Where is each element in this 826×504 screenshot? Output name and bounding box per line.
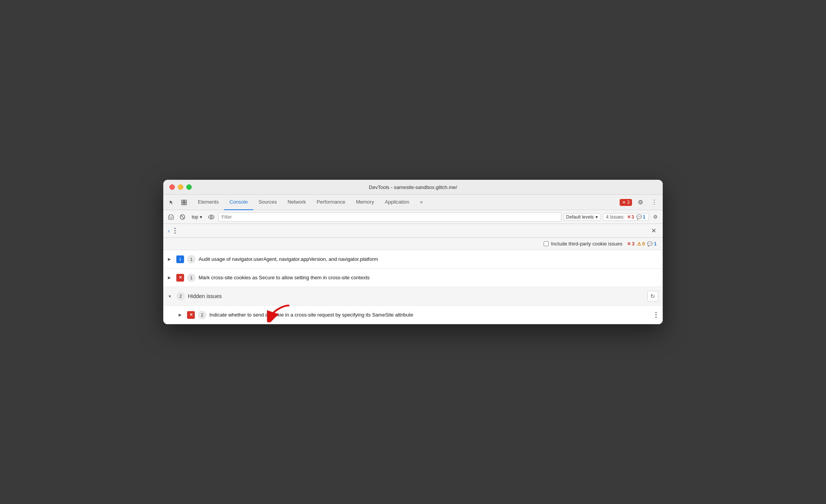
clear-console-icon[interactable]	[166, 212, 176, 222]
expand-arrow-2: ▶	[168, 275, 173, 280]
issue-icon-error-2: ✕	[176, 274, 184, 282]
info-icon-sm: 💬	[636, 214, 642, 220]
error-x-2: ✕	[179, 275, 182, 280]
sub-expand-arrow: ▶	[179, 313, 184, 317]
eye-icon[interactable]	[207, 212, 216, 222]
console-settings-icon[interactable]: ⚙	[651, 213, 660, 221]
cookie-warning-icon: ⚠	[637, 241, 641, 247]
svg-rect-2	[182, 203, 184, 205]
tab-application[interactable]: Application	[380, 195, 415, 210]
cookie-bar: Include third-party cookie issues ✕ 3 ⚠ …	[163, 238, 663, 250]
info-issues-badge: 💬 1	[636, 214, 645, 220]
inspect-icon[interactable]	[179, 197, 189, 208]
svg-point-9	[209, 215, 214, 219]
log-levels-dropdown[interactable]: Default levels ▾	[564, 213, 600, 221]
expand-arrow-1: ▶	[168, 257, 173, 261]
cookie-error-x-icon: ✕	[627, 241, 631, 247]
issues-panel-header: › ✕	[163, 224, 663, 238]
kebab-menu-icon[interactable]	[173, 226, 177, 235]
context-selector[interactable]: top ▾	[189, 214, 204, 220]
svg-marker-4	[169, 215, 173, 219]
settings-icon[interactable]: ⚙	[635, 197, 646, 208]
sub-issue-icon-red: ✕	[187, 311, 195, 319]
more-options-icon[interactable]: ⋮	[649, 197, 660, 208]
tab-memory[interactable]: Memory	[351, 195, 380, 210]
issue-row-1[interactable]: ▶ i 1 Audit usage of navigator.userAgent…	[163, 250, 663, 269]
refresh-button[interactable]: ↻	[647, 291, 658, 302]
sub-issue-count: 2	[198, 311, 206, 319]
tab-elements[interactable]: Elements	[192, 195, 224, 210]
tabs-container: Elements Console Sources Network Perform…	[192, 195, 620, 210]
error-issues-badge: ✕ 3	[627, 214, 634, 220]
tab-bar-icons	[166, 197, 189, 208]
sub-issue-more-menu[interactable]	[654, 310, 658, 319]
svg-point-10	[210, 216, 212, 218]
hidden-issues-label: Hidden issues	[188, 293, 644, 299]
issues-content: Include third-party cookie issues ✕ 3 ⚠ …	[163, 238, 663, 324]
hidden-count: 2	[176, 292, 185, 300]
minimize-window-button[interactable]	[178, 184, 183, 190]
error-count-badge: ✕ 3	[620, 199, 632, 206]
window-title: DevTools - samesite-sandbox.glitch.me/	[369, 184, 457, 190]
issue-text-1: Audit usage of navigator.userAgent, navi…	[199, 256, 658, 262]
svg-rect-0	[182, 200, 184, 202]
cookie-error-badge: ✕ 3	[627, 241, 635, 247]
close-window-button[interactable]	[169, 184, 175, 190]
title-bar: DevTools - samesite-sandbox.glitch.me/	[163, 180, 663, 195]
hidden-issues-row[interactable]: ▼ 2 Hidden issues ↻	[163, 287, 663, 306]
issue-icon-info-1: i	[176, 255, 184, 263]
traffic-lights	[169, 184, 192, 190]
error-x-icon: ✕	[622, 200, 626, 205]
dropdown-arrow-icon: ▾	[200, 214, 202, 220]
close-panel-button[interactable]: ✕	[649, 226, 658, 235]
issues-label: 4 Issues:	[606, 214, 625, 220]
cookie-info-icon: 💬	[647, 241, 653, 247]
tab-sources[interactable]: Sources	[253, 195, 282, 210]
cursor-icon[interactable]	[166, 197, 177, 208]
issue-text-2: Mark cross-site cookies as Secure to all…	[199, 275, 658, 280]
issue-count-2: 1	[187, 274, 196, 282]
levels-dropdown-arrow: ▾	[595, 214, 598, 220]
sub-error-x: ✕	[189, 312, 193, 317]
sub-issue-text: Indicate whether to send a cookie in a c…	[209, 312, 651, 318]
info-icon-1: i	[179, 257, 181, 262]
svg-line-8	[181, 216, 184, 219]
stop-icon[interactable]	[178, 212, 187, 222]
sub-issue-row-1[interactable]: ▶ ✕ 2 Indicate whether to send a cookie …	[163, 306, 663, 324]
tab-performance[interactable]: Performance	[311, 195, 350, 210]
tab-more[interactable]: »	[415, 195, 428, 210]
devtools-window: DevTools - samesite-sandbox.glitch.me/ E	[163, 180, 663, 324]
issue-row-2[interactable]: ▶ ✕ 1 Mark cross-site cookies as Secure …	[163, 269, 663, 287]
hidden-issues-container: ▼ 2 Hidden issues ↻ ▶	[163, 287, 663, 324]
filter-input[interactable]	[218, 212, 561, 222]
back-arrow-icon[interactable]: ›	[168, 228, 170, 234]
third-party-cookie-checkbox-label[interactable]: Include third-party cookie issues	[544, 241, 622, 247]
maximize-window-button[interactable]	[186, 184, 192, 190]
issues-panel-left: ›	[168, 226, 177, 235]
tab-bar-right: ✕ 3 ⚙ ⋮	[620, 197, 660, 208]
error-icon-sm: ✕	[627, 214, 631, 220]
svg-rect-1	[184, 200, 186, 202]
issue-count-1: 1	[187, 255, 196, 264]
tab-console[interactable]: Console	[224, 195, 253, 210]
issues-count-group: 4 Issues: ✕ 3 💬 1	[603, 213, 649, 221]
cookie-info-badge: 💬 1	[647, 241, 657, 247]
cookie-badges: ✕ 3 ⚠ 0 💬 1	[627, 241, 657, 247]
console-toolbar: top ▾ Default levels ▾ 4 Issues: ✕ 3 💬 1	[163, 210, 663, 224]
cookie-warning-badge: ⚠ 0	[637, 241, 645, 247]
tab-network[interactable]: Network	[282, 195, 312, 210]
third-party-cookie-checkbox[interactable]	[544, 241, 549, 246]
svg-rect-3	[184, 203, 186, 205]
expand-arrow-hidden: ▼	[168, 294, 173, 298]
tab-bar: Elements Console Sources Network Perform…	[163, 195, 663, 210]
